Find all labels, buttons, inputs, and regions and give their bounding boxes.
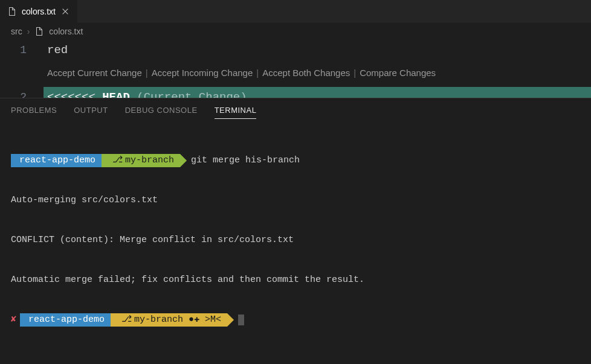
breadcrumb[interactable]: src › colors.txt [0, 23, 591, 40]
tab-terminal[interactable]: TERMINAL [215, 106, 257, 119]
panel-tab-bar: PROBLEMS OUTPUT DEBUG CONSOLE TERMINAL [0, 98, 591, 124]
bottom-panel: PROBLEMS OUTPUT DEBUG CONSOLE TERMINAL r… [0, 98, 591, 364]
accept-current-button[interactable]: Accept Current Change [47, 63, 142, 83]
accept-both-button[interactable]: Accept Both Changes [262, 63, 350, 83]
tab-debug-console[interactable]: DEBUG CONSOLE [125, 106, 198, 119]
branch-icon: ⎇ [121, 315, 132, 325]
file-icon [7, 7, 17, 16]
accept-incoming-button[interactable]: Accept Incoming Change [152, 63, 253, 83]
editor-line: 1 red [0, 40, 591, 60]
tab-problems[interactable]: PROBLEMS [11, 106, 57, 119]
prompt-project-segment: react-app-demo [20, 313, 111, 327]
terminal-prompt-line: react-app-demo ⎇my-branch git merge his-… [11, 154, 580, 167]
separator: | [146, 63, 148, 83]
terminal-output: Automatic merge failed; fix conflicts an… [11, 273, 580, 287]
separator: | [256, 63, 259, 83]
tab-bar: colors.txt [0, 0, 591, 23]
tab-filename: colors.txt [22, 7, 56, 16]
prompt-branch-segment: ⎇my-branch [102, 154, 180, 167]
line-content[interactable]: red [44, 40, 591, 60]
file-icon [34, 27, 44, 36]
prompt-project-segment: react-app-demo [11, 154, 102, 167]
close-icon[interactable] [60, 7, 70, 16]
compare-changes-button[interactable]: Compare Changes [360, 63, 436, 83]
breadcrumb-folder[interactable]: src [11, 27, 22, 36]
prompt-branch-segment: ⎇my-branch ●✚ >M< [111, 313, 227, 327]
merge-codelens: Accept Current Change | Accept Incoming … [47, 60, 591, 87]
terminal-prompt-line: ✘ react-app-demo ⎇my-branch ●✚ >M< [11, 313, 580, 327]
terminal[interactable]: react-app-demo ⎇my-branch git merge his-… [0, 124, 591, 364]
branch-icon: ⎇ [112, 155, 123, 165]
terminal-cursor [238, 315, 244, 325]
terminal-output: CONFLICT (content): Merge conflict in sr… [11, 234, 580, 247]
separator: | [354, 63, 356, 83]
line-number: 1 [0, 40, 44, 60]
terminal-output: Auto-merging src/colors.txt [11, 194, 580, 207]
tab-output[interactable]: OUTPUT [74, 106, 108, 119]
chevron-right-icon: › [27, 27, 30, 36]
breadcrumb-file[interactable]: colors.txt [49, 27, 83, 36]
terminal-command: git merge his-branch [191, 154, 300, 167]
editor-tab[interactable]: colors.txt [0, 0, 77, 23]
error-icon: ✘ [11, 313, 16, 327]
